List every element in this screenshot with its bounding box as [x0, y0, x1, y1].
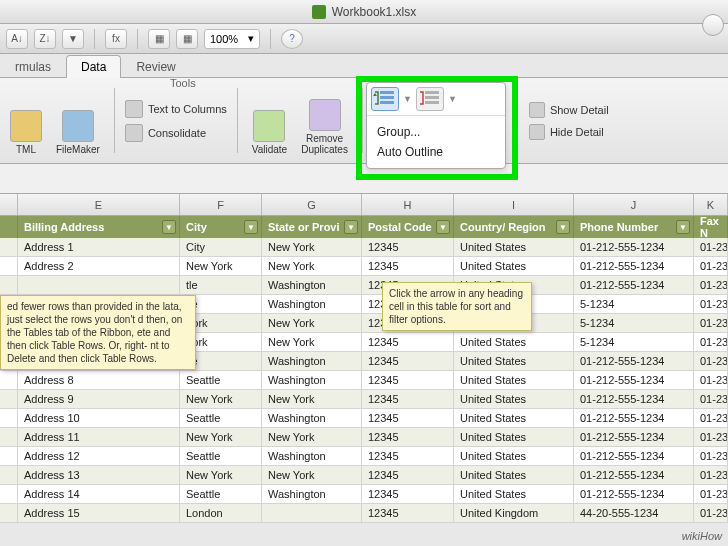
tab-review[interactable]: Review — [121, 55, 190, 78]
table-cell[interactable] — [0, 276, 18, 295]
table-cell[interactable] — [262, 504, 362, 523]
table-cell[interactable] — [0, 447, 18, 466]
table-cell[interactable]: Washington — [262, 352, 362, 371]
table-cell[interactable] — [0, 466, 18, 485]
filter-arrow-icon[interactable]: ▼ — [436, 220, 450, 234]
table-cell[interactable]: New York — [262, 257, 362, 276]
table-cell[interactable]: 01-23 — [694, 466, 728, 485]
table-cell[interactable]: 5-1234 — [574, 314, 694, 333]
table-cell[interactable]: 01-23 — [694, 257, 728, 276]
table-cell[interactable]: New York — [262, 390, 362, 409]
table-cell[interactable]: 01-212-555-1234 — [574, 238, 694, 257]
show-detail-button[interactable]: Show Detail — [529, 102, 609, 118]
table-cell[interactable]: United States — [454, 333, 574, 352]
table-row[interactable]: Address 12SeattleWashington12345United S… — [0, 447, 728, 466]
table-cell[interactable]: Address 9 — [18, 390, 180, 409]
tml-button[interactable]: TML — [6, 82, 46, 159]
table-cell[interactable]: Address 11 — [18, 428, 180, 447]
collapse-ribbon-button[interactable] — [702, 14, 724, 36]
table-cell[interactable]: United States — [454, 238, 574, 257]
table-cell[interactable]: 5-1234 — [574, 333, 694, 352]
table-cell[interactable]: Address 12 — [18, 447, 180, 466]
table-cell[interactable]: Seattle — [180, 485, 262, 504]
table-cell[interactable]: 01-23 — [694, 428, 728, 447]
table-cell[interactable]: Washington — [262, 447, 362, 466]
consolidate-button[interactable]: Consolidate — [125, 124, 227, 142]
table-cell[interactable]: United States — [454, 409, 574, 428]
table-cell[interactable] — [0, 504, 18, 523]
table-cell[interactable] — [0, 409, 18, 428]
table-cell[interactable]: United States — [454, 485, 574, 504]
table-cell[interactable]: United States — [454, 352, 574, 371]
ungroup-icon[interactable] — [416, 87, 444, 111]
table-cell[interactable]: New York — [262, 466, 362, 485]
table-cell[interactable] — [0, 390, 18, 409]
table-cell[interactable]: 01-212-555-1234 — [574, 276, 694, 295]
table-cell[interactable] — [0, 428, 18, 447]
table-cell[interactable]: tle — [180, 276, 262, 295]
table-cell[interactable]: United States — [454, 428, 574, 447]
validate-button[interactable]: Validate — [248, 82, 291, 159]
table-cell[interactable]: 12345 — [362, 485, 454, 504]
table-cell[interactable]: City — [180, 238, 262, 257]
table-cell[interactable]: 12345 — [362, 447, 454, 466]
table-cell[interactable]: United States — [454, 466, 574, 485]
table-row[interactable]: Address 14SeattleWashington12345United S… — [0, 485, 728, 504]
column-header[interactable]: E — [18, 194, 180, 215]
table-cell[interactable]: Washington — [262, 276, 362, 295]
table-cell[interactable]: 12345 — [362, 504, 454, 523]
table-cell[interactable]: 01-23 — [694, 314, 728, 333]
table-cell[interactable]: 12345 — [362, 257, 454, 276]
table-cell[interactable]: 01-23 — [694, 409, 728, 428]
table-cell[interactable]: 01-212-555-1234 — [574, 352, 694, 371]
table-cell[interactable]: Washington — [262, 409, 362, 428]
table-cell[interactable]: 12345 — [362, 466, 454, 485]
table-cell[interactable]: New York — [180, 466, 262, 485]
table-cell[interactable]: New York — [180, 390, 262, 409]
table-cell[interactable] — [0, 485, 18, 504]
table-row[interactable]: Address 15London12345United Kingdom44-20… — [0, 504, 728, 523]
table-cell[interactable]: 01-23 — [694, 390, 728, 409]
table-row[interactable]: Address 13New YorkNew York12345United St… — [0, 466, 728, 485]
table-cell[interactable]: New York — [262, 314, 362, 333]
table-cell[interactable]: United Kingdom — [454, 504, 574, 523]
table-cell[interactable]: New York — [262, 333, 362, 352]
column-header[interactable]: I — [454, 194, 574, 215]
fx-button[interactable]: fx — [105, 29, 127, 49]
table-row[interactable]: Address 1CityNew York12345United States0… — [0, 238, 728, 257]
table-cell[interactable] — [0, 257, 18, 276]
table-cell[interactable]: 01-212-555-1234 — [574, 390, 694, 409]
table-row[interactable]: Address 2New YorkNew York12345United Sta… — [0, 257, 728, 276]
column-header[interactable]: J — [574, 194, 694, 215]
group-icon[interactable] — [371, 87, 399, 111]
column-header[interactable]: G — [262, 194, 362, 215]
help-button[interactable]: ? — [281, 29, 303, 49]
filter-button[interactable]: ▼ — [62, 29, 84, 49]
table-cell[interactable]: Address 10 — [18, 409, 180, 428]
table-cell[interactable]: 01-23 — [694, 276, 728, 295]
table-cell[interactable]: United States — [454, 447, 574, 466]
table-cell[interactable] — [18, 276, 180, 295]
table-cell[interactable]: 44-20-555-1234 — [574, 504, 694, 523]
table-cell[interactable]: 01-23 — [694, 504, 728, 523]
table-cell[interactable]: 12345 — [362, 390, 454, 409]
tab-data[interactable]: Data — [66, 55, 121, 78]
layout-button[interactable]: ▦ — [148, 29, 170, 49]
table-cell[interactable]: 01-212-555-1234 — [574, 466, 694, 485]
table-cell[interactable]: Washington — [262, 485, 362, 504]
table-cell[interactable]: 12345 — [362, 238, 454, 257]
table-cell[interactable]: Address 13 — [18, 466, 180, 485]
table-cell[interactable]: 01-23 — [694, 238, 728, 257]
table-cell[interactable]: 01-212-555-1234 — [574, 257, 694, 276]
table-cell[interactable]: 01-212-555-1234 — [574, 447, 694, 466]
hide-detail-button[interactable]: Hide Detail — [529, 124, 609, 140]
table-cell[interactable] — [0, 238, 18, 257]
table-row[interactable]: Address 9New YorkNew York12345United Sta… — [0, 390, 728, 409]
table-cell[interactable]: 01-23 — [694, 352, 728, 371]
table-row[interactable]: Address 11New YorkNew York12345United St… — [0, 428, 728, 447]
table-cell[interactable]: Washington — [262, 371, 362, 390]
filter-arrow-icon[interactable]: ▼ — [244, 220, 258, 234]
filter-arrow-icon[interactable]: ▼ — [344, 220, 358, 234]
sort-desc-button[interactable]: Z↓ — [34, 29, 56, 49]
table-cell[interactable]: 01-212-555-1234 — [574, 428, 694, 447]
